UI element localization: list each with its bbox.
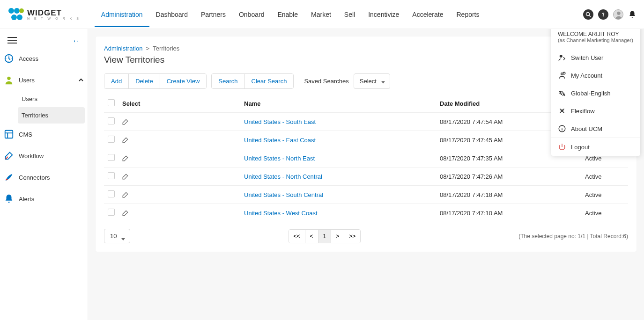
row-checkbox[interactable] (108, 154, 115, 161)
edit-icon[interactable] (122, 210, 237, 216)
brand-name: WIDGET (27, 9, 81, 17)
menu-item-label: Global-English (571, 90, 611, 97)
menu-item-label: About UCM (571, 125, 602, 132)
user-menu-about-ucm[interactable]: About UCM (551, 120, 640, 138)
toolbar-group-1: AddDeleteCreate View (104, 73, 207, 89)
sidebar-item-cms[interactable]: CMS (0, 124, 88, 145)
toolbar: AddDeleteCreate View SearchClear Search … (104, 73, 628, 89)
menu-item-icon (558, 71, 566, 80)
row-checkbox[interactable] (108, 190, 115, 197)
nav-reports[interactable]: Reports (450, 2, 486, 27)
sidebar-sub-users[interactable]: Users (18, 91, 85, 107)
table-row: United States - South East08/17/2020 7:4… (104, 113, 628, 131)
user-role: (as Channel Marketing Manager) (558, 37, 634, 43)
nav-partners[interactable]: Partners (194, 2, 232, 27)
sidebar-item-connectors[interactable]: Connectors (0, 167, 88, 188)
select-all-checkbox[interactable] (108, 99, 115, 106)
menu-item-label: Logout (571, 144, 590, 151)
add-button[interactable]: Add (104, 74, 129, 88)
delete-button[interactable]: Delete (129, 74, 160, 88)
sidebar-label: Access (19, 55, 38, 62)
help-button[interactable] (598, 9, 608, 20)
sidebar-label: Workflow (19, 153, 44, 160)
territory-link[interactable]: United States - East Coast (244, 137, 316, 144)
sidebar-label: Connectors (19, 174, 50, 181)
svg-point-13 (7, 77, 10, 80)
menu-item-icon (558, 89, 566, 97)
sidebar-toggle-icon[interactable] (7, 36, 17, 44)
menu-item-label: Flexiflow (571, 108, 595, 115)
top-header: WIDGET N E T W O R K S AdministrationDas… (0, 0, 644, 29)
top-right (583, 9, 637, 20)
nav-enable[interactable]: Enable (271, 2, 304, 27)
sidebar-icon (4, 129, 14, 139)
col-name: Name (240, 95, 436, 113)
territory-link[interactable]: United States - South East (244, 118, 316, 125)
search-button[interactable] (583, 9, 593, 20)
user-menu-my-account[interactable]: My Account (551, 66, 640, 84)
status-cell: Active (581, 186, 628, 204)
edit-icon[interactable] (122, 191, 237, 198)
edit-icon[interactable] (122, 155, 237, 161)
territory-link[interactable]: United States - North East (244, 155, 315, 162)
sidebar-item-users[interactable]: Users (0, 69, 88, 91)
sidebar-icon (4, 151, 14, 161)
pin-icon[interactable] (71, 36, 80, 44)
territory-link[interactable]: United States - South Central (244, 191, 323, 198)
nav-incentivize[interactable]: Incentivize (362, 2, 406, 27)
menu-item-icon (558, 124, 566, 133)
nav-onboard[interactable]: Onboard (232, 2, 271, 27)
table-row: United States - West Coast08/17/2020 7:4… (104, 204, 628, 222)
user-menu-flexiflow[interactable]: Flexiflow (551, 102, 640, 120)
sidebar-item-access[interactable]: Access (0, 48, 88, 69)
sidebar-icon (4, 53, 14, 64)
user-menu-logout[interactable]: Logout (551, 138, 640, 156)
territory-link[interactable]: United States - North Central (244, 173, 322, 180)
clear-search-button[interactable]: Clear Search (245, 74, 294, 88)
edit-icon[interactable] (122, 173, 237, 180)
row-checkbox[interactable] (108, 209, 115, 216)
pager-current[interactable]: 1 (318, 230, 332, 243)
breadcrumb-root[interactable]: Administration (104, 45, 142, 52)
notification-icon[interactable] (628, 10, 637, 19)
search-button[interactable]: Search (212, 74, 244, 88)
user-menu-global-english[interactable]: Global-English (551, 84, 640, 102)
breadcrumb: Administration > Territories (104, 45, 628, 52)
sidebar-item-workflow[interactable]: Workflow (0, 145, 88, 167)
saved-searches-select[interactable]: Select (354, 73, 390, 89)
page-size-select[interactable]: 10 (104, 229, 130, 243)
edit-icon[interactable] (122, 137, 237, 143)
user-avatar[interactable] (613, 9, 623, 20)
pager-last[interactable]: >> (344, 230, 360, 243)
user-menu-switch-user[interactable]: Switch User (551, 49, 640, 66)
svg-point-17 (6, 179, 8, 181)
menu-item-label: My Account (571, 72, 602, 79)
sidebar-item-alerts[interactable]: Alerts (0, 188, 88, 210)
nav-dashboard[interactable]: Dashboard (149, 2, 195, 27)
nav-administration[interactable]: Administration (95, 2, 149, 27)
row-checkbox[interactable] (108, 136, 115, 143)
table-row: United States - North Central08/17/2020 … (104, 167, 628, 186)
content-area: Administration > Territories View Territ… (88, 29, 644, 320)
create-view-button[interactable]: Create View (160, 74, 207, 88)
date-cell: 08/17/2020 7:47:10 AM (436, 204, 581, 222)
date-cell: 08/17/2020 7:47:18 AM (436, 186, 581, 204)
sidebar-sub-territories[interactable]: Territories (18, 107, 85, 124)
nav-sell[interactable]: Sell (338, 2, 362, 27)
pager-prev[interactable]: < (305, 230, 318, 243)
pager-next[interactable]: > (331, 230, 344, 243)
nav-market[interactable]: Market (304, 2, 338, 27)
sidebar-icon (4, 75, 14, 85)
row-checkbox[interactable] (108, 117, 115, 124)
menu-item-icon (558, 53, 566, 62)
logo[interactable]: WIDGET N E T W O R K S (7, 7, 81, 22)
edit-icon[interactable] (122, 118, 237, 125)
pager-first[interactable]: << (289, 230, 305, 243)
page-title: View Territories (104, 55, 628, 65)
nav-accelerate[interactable]: Accelerate (406, 2, 450, 27)
territory-link[interactable]: United States - West Coast (244, 210, 318, 217)
svg-point-2 (19, 8, 24, 13)
col-select: Select (118, 95, 240, 113)
row-checkbox[interactable] (108, 172, 115, 179)
breadcrumb-current: Territories (153, 45, 179, 52)
